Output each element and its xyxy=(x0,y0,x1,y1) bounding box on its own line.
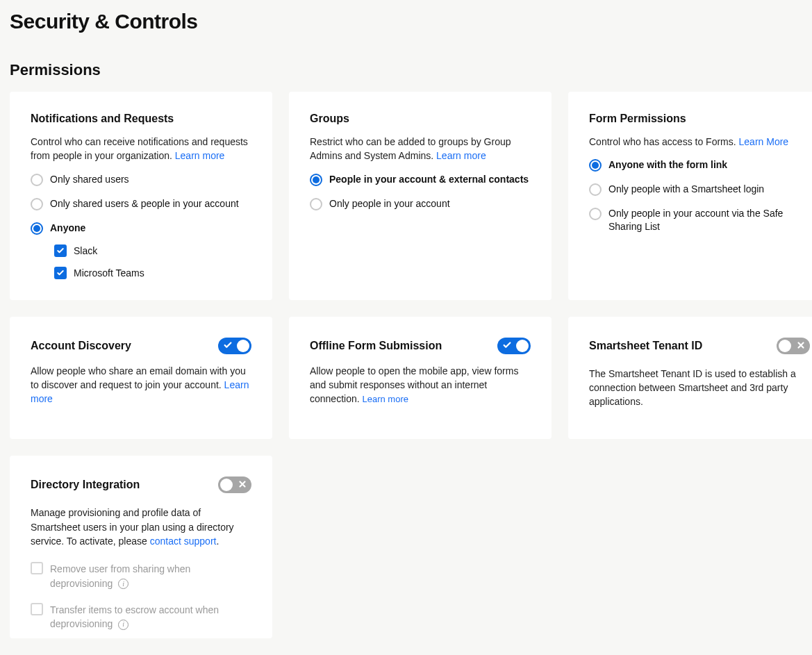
checkbox-slack[interactable]: Slack xyxy=(54,244,251,257)
info-icon[interactable]: i xyxy=(118,620,129,630)
checkbox-label: Remove user from sharing when deprovisio… xyxy=(50,562,251,590)
learn-more-link[interactable]: Learn more xyxy=(363,394,408,404)
radio-anyone[interactable]: Anyone xyxy=(31,222,251,235)
radio-smartsheet-login[interactable]: Only people with a Smartsheet login xyxy=(589,183,810,196)
card-notifications-desc: Control who can receive notifications an… xyxy=(31,135,251,163)
forms-radio-group: Anyone with the form link Only people wi… xyxy=(589,158,810,233)
learn-more-link[interactable]: Learn more xyxy=(175,150,225,161)
radio-label: Only shared users xyxy=(50,173,129,186)
card-tenant-desc: The Smartsheet Tenant ID is used to esta… xyxy=(589,367,810,409)
radio-icon xyxy=(589,183,602,196)
card-directory-title: Directory Integration xyxy=(31,479,140,491)
section-title: Permissions xyxy=(10,61,802,79)
radio-label: Only shared users & people in your accou… xyxy=(50,197,239,210)
checkbox-icon xyxy=(54,267,67,279)
checkbox-remove-user-sharing[interactable]: Remove user from sharing when deprovisio… xyxy=(31,562,251,590)
card-offline-desc-text: Allow people to open the mobile app, vie… xyxy=(310,365,518,405)
x-icon xyxy=(238,479,247,491)
radio-icon xyxy=(31,174,43,186)
card-notifications-title: Notifications and Requests xyxy=(31,113,174,125)
card-form-permissions: Form Permissions Control who has access … xyxy=(568,92,812,300)
toggle-knob xyxy=(779,340,791,352)
checkbox-transfer-escrow[interactable]: Transfer items to escrow account when de… xyxy=(31,603,251,631)
toggle-offline-form[interactable] xyxy=(497,338,531,354)
toggle-knob xyxy=(220,479,233,491)
x-icon xyxy=(796,340,806,352)
checkbox-label: Transfer items to escrow account when de… xyxy=(50,603,251,631)
checkbox-icon xyxy=(54,244,67,257)
radio-safe-sharing-list[interactable]: Only people in your account via the Safe… xyxy=(589,207,810,233)
permissions-grid: Notifications and Requests Control who c… xyxy=(10,92,802,638)
radio-icon xyxy=(589,159,602,172)
checkbox-icon xyxy=(31,562,43,574)
checkbox-label: Slack xyxy=(74,245,97,256)
radio-icon xyxy=(31,222,43,235)
card-directory-desc-post: . xyxy=(216,536,219,547)
check-icon xyxy=(223,340,233,352)
card-tenant-id: Smartsheet Tenant ID The Smartsheet Tena… xyxy=(568,317,812,440)
radio-label: Only people in your account via the Safe… xyxy=(608,207,810,233)
checkbox-msteams[interactable]: Microsoft Teams xyxy=(54,267,251,279)
radio-icon xyxy=(310,174,322,186)
radio-only-account[interactable]: Only people in your account xyxy=(310,197,531,210)
card-directory-integration: Directory Integration Manage provisionin… xyxy=(10,456,272,638)
radio-account-and-external[interactable]: People in your account & external contac… xyxy=(310,173,531,186)
card-forms-desc-text: Control who has access to Forms. xyxy=(589,136,739,147)
groups-radio-group: People in your account & external contac… xyxy=(310,173,531,210)
card-discovery-desc-text: Allow people who share an email domain w… xyxy=(31,365,246,390)
card-offline-form: Offline Form Submission Allow people to … xyxy=(289,317,552,440)
info-icon[interactable]: i xyxy=(118,579,129,589)
toggle-account-discovery[interactable] xyxy=(218,338,251,354)
radio-anyone-with-link[interactable]: Anyone with the form link xyxy=(589,158,810,172)
toggle-tenant-id[interactable] xyxy=(777,338,810,354)
radio-only-shared-users[interactable]: Only shared users xyxy=(31,173,251,186)
card-groups-desc: Restrict who can be added to groups by G… xyxy=(310,135,531,163)
contact-support-link[interactable]: contact support xyxy=(150,536,217,547)
toggle-knob xyxy=(237,340,249,352)
directory-checks: Remove user from sharing when deprovisio… xyxy=(31,562,251,631)
notifications-subchecks: Slack Microsoft Teams xyxy=(54,244,251,279)
card-notifications: Notifications and Requests Control who c… xyxy=(10,92,272,300)
toggle-knob xyxy=(516,340,529,352)
card-offline-desc: Allow people to open the mobile app, vie… xyxy=(310,364,531,406)
radio-icon xyxy=(310,198,322,210)
card-groups: Groups Restrict who can be added to grou… xyxy=(289,92,552,300)
radio-only-shared-and-account[interactable]: Only shared users & people in your accou… xyxy=(31,197,251,210)
card-groups-title: Groups xyxy=(310,113,349,125)
learn-more-link[interactable]: Learn more xyxy=(436,150,486,161)
radio-icon xyxy=(31,198,43,210)
card-forms-desc: Control who has access to Forms. Learn M… xyxy=(589,135,810,149)
card-discovery-title: Account Discovery xyxy=(31,340,131,352)
page-title: Security & Controls xyxy=(10,10,802,33)
radio-label: Only people in your account xyxy=(329,197,450,210)
checkbox-label-text: Transfer items to escrow account when de… xyxy=(50,604,219,629)
card-account-discovery: Account Discovery Allow people who share… xyxy=(10,317,272,440)
radio-label: Only people with a Smartsheet login xyxy=(608,183,764,196)
toggle-directory-integration[interactable] xyxy=(218,476,251,493)
check-icon xyxy=(502,340,512,352)
notifications-radio-group: Only shared users Only shared users & pe… xyxy=(31,173,251,235)
checkbox-label: Microsoft Teams xyxy=(74,267,144,279)
radio-label: Anyone xyxy=(50,222,85,235)
checkbox-icon xyxy=(31,603,43,615)
radio-icon xyxy=(589,208,602,220)
radio-label: Anyone with the form link xyxy=(608,158,727,172)
learn-more-link[interactable]: Learn More xyxy=(739,136,789,147)
card-discovery-desc: Allow people who share an email domain w… xyxy=(31,364,251,406)
card-offline-title: Offline Form Submission xyxy=(310,340,442,352)
card-tenant-title: Smartsheet Tenant ID xyxy=(589,340,702,352)
card-forms-title: Form Permissions xyxy=(589,113,686,125)
card-directory-desc: Manage provisioning and profile data of … xyxy=(31,506,251,548)
radio-label: People in your account & external contac… xyxy=(329,173,529,186)
